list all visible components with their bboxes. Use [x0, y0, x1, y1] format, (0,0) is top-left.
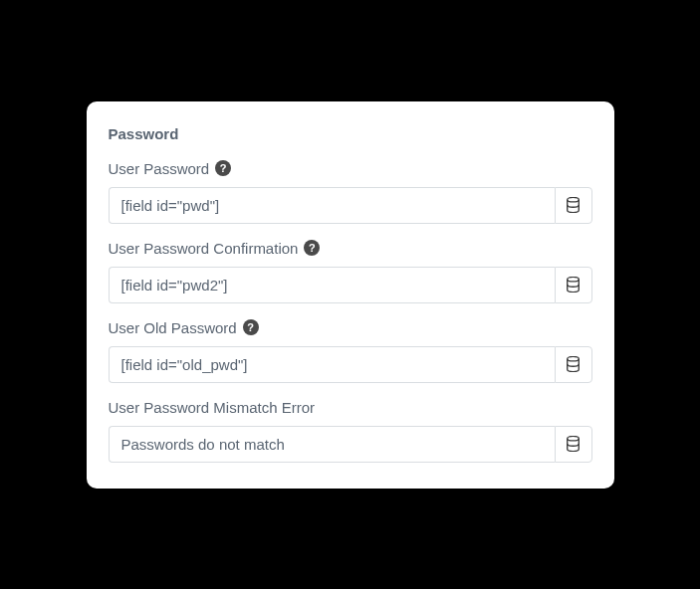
user-password-input[interactable]	[109, 187, 555, 224]
database-icon	[566, 356, 581, 372]
user-old-password-input[interactable]	[109, 346, 555, 383]
database-icon	[566, 277, 581, 293]
field-group-user-password-confirmation: User Password Confirmation ?	[109, 240, 592, 303]
help-icon[interactable]: ?	[243, 319, 259, 335]
password-settings-panel: Password User Password ? User Password C…	[87, 101, 614, 489]
input-row	[109, 267, 592, 303]
svg-point-3	[568, 436, 580, 440]
field-label: User Old Password ?	[109, 319, 592, 336]
field-group-user-old-password: User Old Password ?	[109, 319, 592, 383]
svg-point-0	[568, 197, 580, 201]
database-picker-button[interactable]	[555, 187, 592, 224]
database-icon	[566, 197, 581, 213]
field-label: User Password Confirmation ?	[109, 240, 592, 257]
input-row	[109, 346, 592, 383]
field-label: User Password ?	[109, 160, 592, 177]
svg-point-2	[568, 356, 580, 360]
database-picker-button[interactable]	[555, 346, 592, 383]
section-title: Password	[109, 125, 592, 142]
user-password-mismatch-input[interactable]	[109, 426, 555, 463]
field-label: User Password Mismatch Error	[109, 399, 592, 416]
input-row	[109, 187, 592, 224]
label-text: User Password Confirmation	[109, 240, 299, 257]
help-icon[interactable]: ?	[304, 240, 320, 256]
field-group-user-password: User Password ?	[109, 160, 592, 224]
user-password-confirmation-input[interactable]	[109, 267, 555, 303]
field-group-user-password-mismatch: User Password Mismatch Error	[109, 399, 592, 463]
label-text: User Old Password	[109, 319, 237, 336]
database-picker-button[interactable]	[555, 267, 592, 303]
input-row	[109, 426, 592, 463]
label-text: User Password	[109, 160, 210, 177]
label-text: User Password Mismatch Error	[109, 399, 316, 416]
help-icon[interactable]: ?	[215, 160, 231, 176]
svg-point-1	[568, 277, 580, 281]
database-picker-button[interactable]	[555, 426, 592, 463]
database-icon	[566, 436, 581, 452]
